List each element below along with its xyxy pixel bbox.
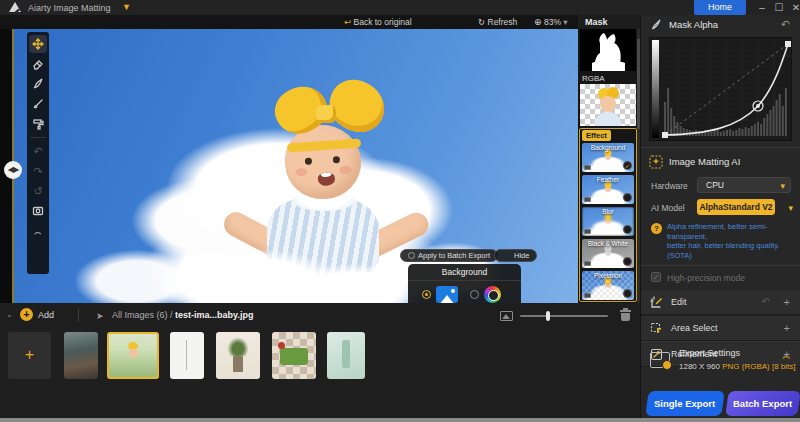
- thumbnail-beach-photo[interactable]: [64, 332, 98, 379]
- app-title: Aiarty Image Matting: [28, 3, 111, 13]
- effect-background-thumbnail[interactable]: Background ✓: [582, 143, 634, 172]
- mask-thumbnail[interactable]: [580, 29, 636, 71]
- single-export-button[interactable]: Single Export: [645, 391, 725, 416]
- filmstrip-collapse-icon[interactable]: ⌄: [6, 310, 13, 319]
- hardware-select[interactable]: CPU ▾: [697, 177, 791, 193]
- back-to-original-button[interactable]: ↩ Back to original: [344, 16, 412, 28]
- redo-tool[interactable]: ↷: [29, 162, 47, 180]
- tool-palette: ↶ ↷ ↺ ︽: [27, 32, 49, 274]
- effect-pixelation-thumbnail[interactable]: Pixelation: [582, 271, 634, 300]
- mask-alpha-header: Mask Alpha ↶: [641, 15, 800, 35]
- thumbnail-size-icon: [500, 311, 513, 321]
- batch-export-button[interactable]: Batch Export: [725, 391, 800, 416]
- close-button[interactable]: ✕: [788, 1, 800, 14]
- alpha-gradient-strip: [652, 40, 659, 138]
- pen-tool[interactable]: [29, 75, 47, 93]
- eraser-tool[interactable]: [29, 55, 47, 73]
- effect-disabled-badge[interactable]: [623, 289, 632, 298]
- baby-eye: [305, 158, 312, 165]
- alpha-curve-editor[interactable]: [649, 37, 792, 141]
- curve-endpoint[interactable]: [662, 132, 668, 138]
- area-select-icon: [650, 322, 663, 335]
- add-image-tile[interactable]: +: [8, 332, 51, 379]
- thumbnail-bottle-photo[interactable]: [327, 332, 365, 379]
- effect-feather-thumbnail[interactable]: Feather: [582, 175, 634, 204]
- app-logo-icon: [9, 2, 21, 12]
- hide-button[interactable]: Hide: [494, 249, 537, 262]
- collapse-double-chevron-icon[interactable]: ︽: [782, 352, 791, 359]
- effect-disabled-badge[interactable]: [623, 225, 632, 234]
- bottom-bar: ⌄ + Add ➤ All Images (6) / test-ima...ba…: [0, 303, 640, 329]
- screenshot-tool[interactable]: [29, 202, 47, 220]
- effect-disabled-badge[interactable]: [623, 257, 632, 266]
- effect-black-white-thumbnail[interactable]: Black & White: [582, 239, 634, 268]
- ai-model-select[interactable]: AlphaStandard V2: [697, 199, 775, 215]
- app-menu-chevron-icon[interactable]: ▼: [122, 2, 131, 12]
- divider: [78, 308, 79, 322]
- compare-slider-handle[interactable]: ◀▶: [4, 161, 22, 179]
- current-filename: test-ima...baby.jpg: [175, 310, 253, 320]
- chevron-down-icon: ▾: [780, 179, 785, 193]
- effect-disabled-badge[interactable]: [623, 193, 632, 202]
- app-window: Aiarty Image Matting ▼ Home – ☐ ✕ ↩ Back…: [0, 0, 800, 422]
- effect-group: Effect Background ✓ Feather Blur Black &…: [579, 128, 637, 302]
- radio-selected-icon: [422, 290, 431, 299]
- export-settings-section[interactable]: Export Settings 1280 X 960 PNG (RGBA) [8…: [641, 341, 800, 387]
- zoom-chevron-icon: ▾: [563, 17, 567, 27]
- add-image-button[interactable]: Add: [38, 310, 54, 320]
- edit-undo-icon[interactable]: ↶: [762, 296, 770, 307]
- high-precision-checkbox[interactable]: ✓: [651, 272, 661, 282]
- home-button[interactable]: Home: [694, 0, 746, 15]
- background-color-option[interactable]: [470, 286, 501, 303]
- brush-tool[interactable]: [29, 95, 47, 113]
- thumbnail-size-handle[interactable]: [546, 311, 550, 321]
- background-popup-title: Background: [408, 264, 521, 281]
- effect-enabled-badge[interactable]: ✓: [623, 161, 632, 170]
- maximize-button[interactable]: ☐: [771, 1, 787, 14]
- add-image-icon[interactable]: +: [20, 308, 33, 321]
- collapse-palette-button[interactable]: ︽: [29, 222, 47, 240]
- chevron-down-icon[interactable]: ▾: [788, 203, 793, 213]
- reset-curve-icon[interactable]: ↶: [781, 18, 790, 31]
- question-icon[interactable]: ?: [651, 223, 662, 234]
- image-matting-ai-header: Image Matting AI: [641, 152, 800, 174]
- area-select-expand-icon[interactable]: +: [784, 322, 790, 334]
- right-panel: Mask Alpha ↶ Image Matting AI: [640, 15, 800, 418]
- area-select-section[interactable]: Area Select +: [641, 315, 800, 341]
- background-image-option[interactable]: [422, 286, 458, 303]
- edit-expand-icon[interactable]: +: [784, 296, 790, 308]
- thumbnail-baby-photo-selected[interactable]: [107, 332, 159, 379]
- curve-endpoint[interactable]: [785, 41, 791, 47]
- paint-roller-tool[interactable]: [29, 115, 47, 133]
- rgba-thumbnail[interactable]: [580, 84, 636, 126]
- thumbnail-bag-photo[interactable]: [272, 332, 316, 379]
- layers-column: RGBA Effect Background ✓ Feather Blur: [578, 29, 640, 303]
- compare-mini-icon: [584, 261, 591, 266]
- zoom-control[interactable]: ⊕ 83% ▾: [534, 16, 568, 28]
- edited-image[interactable]: [13, 29, 578, 303]
- undo-tool[interactable]: ↶: [29, 142, 47, 160]
- edit-icon: [650, 296, 663, 309]
- apply-to-batch-export-button[interactable]: Apply to Batch Export: [400, 249, 498, 262]
- curve-canvas[interactable]: [662, 40, 792, 138]
- thumbnail-plant-photo[interactable]: [216, 332, 260, 379]
- hardware-row: Hardware CPU ▾: [641, 176, 800, 196]
- background-popup: Background: [408, 264, 521, 303]
- filmstrip: +: [0, 329, 640, 422]
- all-images-link[interactable]: All Images (6): [112, 310, 168, 320]
- screen-edge-strip: [0, 418, 800, 422]
- effect-blur-thumbnail[interactable]: Blur: [582, 207, 634, 236]
- move-tool[interactable]: [29, 35, 47, 53]
- reset-tool[interactable]: ↺: [29, 182, 47, 200]
- pin-icon[interactable]: ➤: [96, 311, 104, 321]
- baby-cheek: [295, 168, 307, 177]
- delete-image-button[interactable]: [620, 309, 631, 321]
- thumbnail-dandelion-photo[interactable]: [170, 332, 204, 379]
- minimize-button[interactable]: –: [754, 1, 770, 14]
- refresh-button[interactable]: ↻ Refresh: [478, 16, 517, 28]
- edit-section[interactable]: Edit ↶ +: [641, 289, 800, 315]
- high-precision-row: ✓ High-precision mode: [641, 265, 800, 283]
- thumbnail-size-slider[interactable]: [520, 315, 608, 317]
- compare-mini-icon: [584, 229, 591, 234]
- color-wheel-icon: [484, 286, 501, 303]
